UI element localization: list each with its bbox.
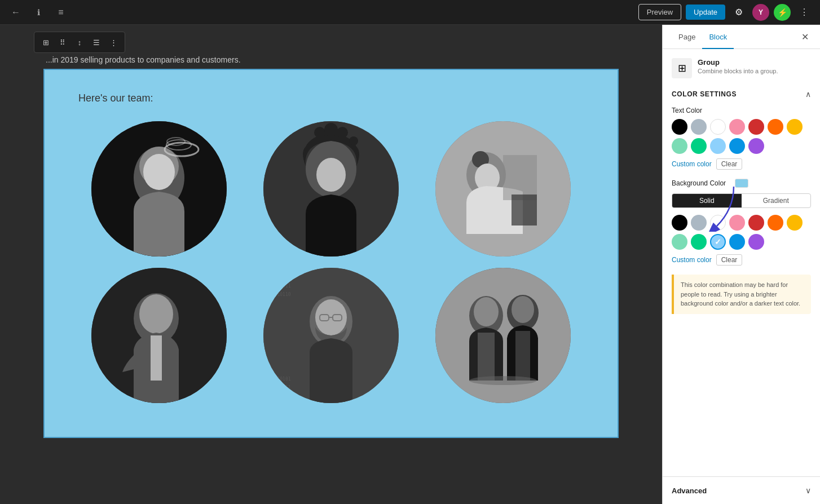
bg-swatch-light-green[interactable] [672,234,687,250]
svg-point-6 [143,154,175,190]
intro-text: ...in 2019 selling products to companies… [46,53,619,69]
team-member-5: 10110101 01001011 11010110 10110101 0100… [263,268,399,403]
swatch-vivid-red[interactable] [748,119,764,135]
bg-swatch-pale-pink[interactable] [729,215,745,231]
top-toolbar: ← ℹ ≡ Preview Update ⚙ Y ⚡ ⋮ [0,0,820,25]
bg-custom-color-link[interactable]: Custom color [672,256,712,264]
swatch-light-green[interactable] [672,138,687,154]
bolt-icon: ⚡ [778,8,787,17]
preview-button[interactable]: Preview [638,4,681,20]
team-member-4 [91,268,227,403]
bolt-button[interactable]: ⚡ [774,4,791,21]
yoast-icon: Y [759,8,763,16]
team-member-1 [91,121,227,257]
color-settings-toggle-icon: ∧ [805,90,811,99]
block-info: ⊞ Group Combine blocks into a group. [672,58,811,78]
team-member-2 [263,121,399,257]
list-icon: ≡ [58,7,63,17]
block-drag-button[interactable]: ⠿ [55,34,70,50]
back-button[interactable]: ← [7,3,25,21]
swatch-black[interactable] [672,119,687,135]
bg-swatch-light-gray[interactable] [691,215,707,231]
svg-text:11010110: 11010110 [269,292,291,297]
more-block-icon: ⋮ [110,38,117,47]
bg-swatch-vivid-red[interactable] [748,215,764,231]
bg-color-links: Custom color Clear [672,254,811,266]
block-toolbar: ⊞ ⠿ ↕ ☰ ⋮ [34,32,125,53]
text-color-clear-button[interactable]: Clear [716,158,743,170]
toolbar-left: ← ℹ ≡ [7,3,70,21]
swatch-vivid-green[interactable] [691,138,707,154]
swatch-vivid-orange[interactable] [768,119,783,135]
gear-icon: ⚙ [735,7,743,17]
color-warning: This color combination may be hard for p… [672,275,811,314]
block-link-icon: ⊞ [43,38,49,47]
block-description: Combine blocks into a group. [698,68,778,74]
swatch-amber[interactable] [787,119,803,135]
align-icon: ☰ [93,38,100,47]
bg-swatch-white[interactable] [710,215,726,231]
swatch-pale-cyan[interactable] [710,138,726,154]
svg-point-11 [337,127,348,138]
bg-swatch-vivid-cyan[interactable] [729,234,745,250]
block-more-button[interactable]: ⋮ [105,34,121,50]
block-move-button[interactable]: ↕ [72,34,87,50]
swatch-pale-pink[interactable] [729,119,745,135]
bg-swatch-vivid-orange[interactable] [768,215,783,231]
bg-swatch-amber[interactable] [787,215,803,231]
more-icon: ⋮ [800,7,809,17]
gradient-button[interactable]: Gradient [742,194,811,207]
sidebar-content: ⊞ Group Combine blocks into a group. Col… [663,49,820,476]
arrows-icon: ↕ [78,38,82,47]
editor-area: ⊞ ⠿ ↕ ☰ ⋮ ...in 2019 selling products to… [0,25,662,504]
bg-color-header: Background Color [672,179,811,188]
tab-page[interactable]: Page [672,25,702,49]
team-heading: Here's our team: [78,92,584,104]
list-view-button[interactable]: ≡ [52,3,70,21]
bg-swatch-pale-cyan-selected[interactable] [710,234,726,250]
team-grid: 10110101 01001011 11010110 10110101 0100… [78,121,584,403]
text-custom-color-link[interactable]: Custom color [672,160,712,168]
advanced-toggle-icon: ∨ [805,486,811,495]
advanced-header[interactable]: Advanced ∨ [672,486,811,495]
color-settings-title: Color settings [672,90,737,98]
settings-button[interactable]: ⚙ [730,3,748,21]
swatch-light-gray[interactable] [691,119,707,135]
block-icon: ⊞ [672,58,692,78]
block-align-button[interactable]: ☰ [89,34,104,50]
block-details: Group Combine blocks into a group. [698,58,778,74]
sidebar-close-button[interactable]: ✕ [799,29,811,45]
bg-color-swatches [672,215,811,250]
update-button[interactable]: Update [686,5,725,20]
back-icon: ← [11,7,20,17]
svg-text:10110101: 10110101 [269,275,291,280]
tab-block[interactable]: Block [702,25,734,49]
svg-point-16 [316,158,346,192]
svg-point-25 [139,294,173,334]
drag-icon: ⠿ [60,38,65,47]
more-options-button[interactable]: ⋮ [795,3,813,21]
swatch-vivid-purple[interactable] [748,138,764,154]
bg-color-clear-button[interactable]: Clear [716,254,743,266]
bg-color-preview [735,179,748,188]
sidebar: Page Block ✕ ⊞ Group Combine blocks into… [662,25,820,504]
bg-swatch-vivid-green[interactable] [691,234,707,250]
bg-swatch-vivid-purple[interactable] [748,234,764,250]
toolbar-right: Preview Update ⚙ Y ⚡ ⋮ [638,3,813,21]
main-area: ⊞ ⠿ ↕ ☰ ⋮ ...in 2019 selling products to… [0,25,820,504]
solid-button[interactable]: Solid [672,194,742,207]
block-name: Group [698,58,778,67]
team-section[interactable]: Here's our team: [43,69,619,438]
yoast-button[interactable]: Y [752,4,769,21]
text-color-links: Custom color Clear [672,158,811,170]
bg-swatch-black[interactable] [672,215,687,231]
svg-text:10110101: 10110101 [269,377,291,382]
svg-point-43 [469,376,537,385]
bg-color-label: Background Color [672,179,726,187]
info-button[interactable]: ℹ [29,3,47,21]
color-settings-header[interactable]: Color settings ∧ [672,90,811,99]
swatch-white[interactable] [710,119,726,135]
block-link-button[interactable]: ⊞ [38,34,54,50]
swatch-vivid-cyan[interactable] [729,138,745,154]
advanced-section: Advanced ∨ [663,476,820,504]
